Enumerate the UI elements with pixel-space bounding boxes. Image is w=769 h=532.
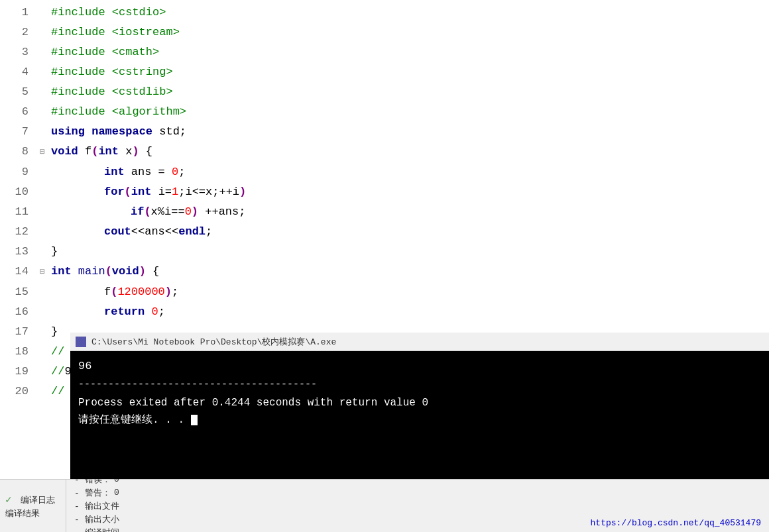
terminal-titlebar: C:\Users\Mi Notebook Pro\Desktop\校内模拟赛\A…	[70, 333, 769, 351]
status-content: - 错误： 0 - 警告： 0 - 输出文件 - 输出大小 - 编译时间	[66, 480, 583, 532]
code-content: if(x%i==0) ++ans;	[48, 202, 769, 222]
terminal-exit-message: Process exited after 0.4244 seconds with…	[78, 395, 761, 411]
status-left: ✓ 编译日志 编译结果	[0, 480, 66, 532]
line-number: 17	[0, 322, 36, 342]
table-row: 11if(x%i==0) ++ans;	[0, 202, 769, 222]
table-row: 6#include <algorithm>	[0, 102, 769, 122]
table-row: 15f(1200000);	[0, 282, 769, 302]
code-content: #include <algorithm>	[48, 102, 769, 122]
terminal-prompt: 请按任意键继续. . .	[78, 412, 761, 428]
table-row: 4#include <cstring>	[0, 62, 769, 82]
line-number: 3	[0, 42, 36, 62]
code-content: for(int i=1;i<=x;++i)	[48, 182, 769, 202]
terminal-icon	[76, 337, 86, 347]
code-content: cout<<ans<<endl;	[48, 222, 769, 242]
compile-log-tab[interactable]: ✓ 编译日志	[5, 492, 55, 507]
line-number: 15	[0, 282, 36, 302]
output-size-label: - 输出大小	[74, 513, 119, 525]
line-number: 2	[0, 23, 36, 42]
code-content: return 0;	[48, 302, 769, 322]
check-icon: ✓	[5, 494, 12, 506]
line-number: 14	[0, 262, 36, 282]
table-row: 12cout<<ans<<endl;	[0, 222, 769, 242]
code-content: #include <cstring>	[48, 62, 769, 82]
code-content: #include <cstdio>	[48, 3, 769, 23]
terminal-output: 96	[78, 358, 761, 375]
line-number: 1	[0, 3, 36, 23]
code-editor: 1#include <cstdio>2#include <iostream>3#…	[0, 0, 769, 479]
csdn-link[interactable]: https://blog.csdn.net/qq_40531479	[591, 518, 761, 528]
terminal-divider: ----------------------------------------	[78, 378, 761, 393]
code-content: #include <iostream>	[48, 23, 769, 42]
status-tabs: ✓ 编译日志 编译结果	[5, 492, 55, 520]
warning-value: 0	[114, 488, 119, 498]
fold-icon[interactable]: ⊟	[36, 262, 48, 282]
line-number: 9	[0, 162, 36, 182]
line-number: 13	[0, 242, 36, 262]
line-number: 7	[0, 122, 36, 142]
code-content: int ans = 0;	[48, 162, 769, 182]
line-number: 20	[0, 382, 36, 401]
line-number: 4	[0, 62, 36, 82]
code-content: #include <cmath>	[48, 42, 769, 62]
line-number: 8	[0, 142, 36, 162]
status-bar: ✓ 编译日志 编译结果 - 错误： 0 - 警告： 0 - 输出文件 - 输出	[0, 479, 769, 532]
terminal-overlay: C:\Users\Mi Notebook Pro\Desktop\校内模拟赛\A…	[70, 333, 769, 479]
code-content: using namespace std;	[48, 122, 769, 142]
output-file-row: - 输出文件	[74, 500, 575, 513]
warning-row: - 警告： 0	[74, 486, 575, 500]
warning-label: - 警告：	[74, 487, 114, 499]
line-number: 16	[0, 302, 36, 322]
table-row: 3#include <cmath>	[0, 42, 769, 62]
code-content: #include <cstdlib>	[48, 82, 769, 102]
fold-icon[interactable]: ⊟	[36, 142, 48, 162]
terminal-cursor	[191, 415, 198, 425]
code-content: }	[48, 242, 769, 262]
compile-time-label: - 编译时间	[74, 527, 119, 533]
status-right: https://blog.csdn.net/qq_40531479	[583, 480, 769, 532]
line-number: 11	[0, 202, 36, 222]
line-number: 6	[0, 102, 36, 122]
table-row: 7using namespace std;	[0, 122, 769, 142]
main-container: 1#include <cstdio>2#include <iostream>3#…	[0, 0, 769, 532]
table-row: 2#include <iostream>	[0, 23, 769, 42]
compile-result-tab[interactable]: 编译结果	[5, 507, 55, 520]
table-row: 1#include <cstdio>	[0, 3, 769, 23]
line-number: 19	[0, 362, 36, 382]
table-row: 16return 0;	[0, 302, 769, 322]
output-size-row: - 输出大小	[74, 513, 575, 526]
table-row: 14⊟int main(void) {	[0, 262, 769, 282]
line-number: 10	[0, 182, 36, 202]
terminal-path: C:\Users\Mi Notebook Pro\Desktop\校内模拟赛\A…	[91, 336, 336, 348]
table-row: 10for(int i=1;i<=x;++i)	[0, 182, 769, 202]
table-row: 9int ans = 0;	[0, 162, 769, 182]
terminal-body: 96 -------------------------------------…	[70, 351, 769, 479]
line-number: 12	[0, 222, 36, 242]
line-number: 5	[0, 82, 36, 102]
code-content: f(1200000);	[48, 282, 769, 302]
compile-time-row: - 编译时间	[74, 526, 575, 533]
table-row: 13}	[0, 242, 769, 262]
table-row: 8⊟void f(int x) {	[0, 142, 769, 162]
code-content: void f(int x) {	[48, 142, 769, 162]
line-number: 18	[0, 342, 36, 362]
output-file-label: - 输出文件	[74, 500, 119, 512]
table-row: 5#include <cstdlib>	[0, 82, 769, 102]
code-content: int main(void) {	[48, 262, 769, 282]
